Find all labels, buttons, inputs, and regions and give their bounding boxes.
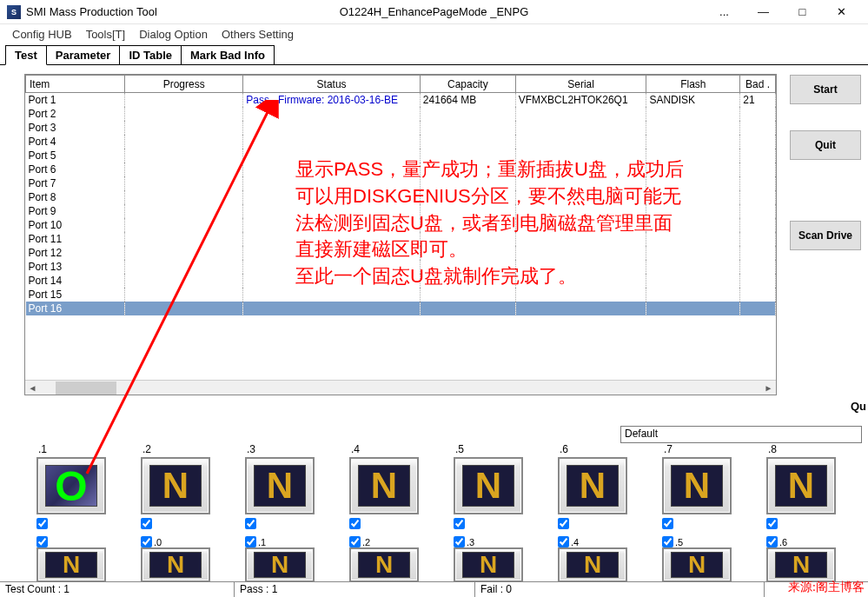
port-slot[interactable]: .5N	[454, 443, 537, 529]
table-row[interactable]: Port 1Pass Firmware: 2016-03-16-BE241664…	[26, 93, 776, 108]
cell-bad	[740, 121, 776, 135]
col-progress[interactable]: Progress	[124, 76, 242, 93]
slot-panel[interactable]: N	[36, 547, 106, 582]
menu-config-hub[interactable]: Config HUB	[5, 28, 79, 41]
scroll-right-icon[interactable]: ►	[761, 381, 776, 395]
col-bad[interactable]: Bad .	[740, 76, 776, 93]
port-slot[interactable]: .2N	[141, 443, 224, 529]
cell-progress	[124, 107, 242, 121]
slot-checkbox[interactable]	[141, 518, 152, 529]
cell-status	[243, 107, 421, 121]
slot-panel[interactable]: N	[349, 547, 419, 582]
port-slot[interactable]: .1N	[245, 533, 328, 582]
slot-checkbox-row: .6	[766, 536, 787, 547]
slot-checkbox[interactable]	[349, 536, 361, 547]
menu-others-setting[interactable]: Others Setting	[215, 28, 301, 41]
slot-checkbox[interactable]	[36, 518, 48, 529]
slot-letter: N	[584, 551, 601, 579]
table-row[interactable]: Port 3	[26, 121, 776, 135]
slot-checkbox[interactable]	[558, 518, 569, 529]
port-slot[interactable]: .3N	[454, 533, 537, 582]
port-slot[interactable]: .4N	[558, 533, 641, 582]
col-capacity[interactable]: Capacity	[420, 76, 515, 93]
cell-serial	[515, 107, 646, 121]
slot-checkbox[interactable]	[245, 518, 256, 529]
scroll-left-icon[interactable]: ◄	[25, 381, 40, 395]
scan-drive-button[interactable]: Scan Drive	[790, 221, 861, 250]
slot-checkbox[interactable]	[662, 518, 673, 529]
horizontal-scrollbar[interactable]: ◄ ►	[25, 380, 776, 395]
slot-panel[interactable]: N	[766, 547, 836, 582]
slot-checkbox[interactable]	[558, 536, 569, 547]
cell-item: Port 16	[26, 302, 125, 315]
port-slot[interactable]: .3N	[245, 443, 328, 529]
quit-button[interactable]: Quit	[790, 130, 861, 160]
scroll-thumb[interactable]	[56, 381, 116, 395]
slot-panel[interactable]: N	[766, 457, 836, 514]
col-flash[interactable]: Flash	[646, 76, 740, 93]
dots-button[interactable]: ...	[705, 0, 744, 24]
slot-panel[interactable]: N	[141, 457, 210, 514]
slot-panel[interactable]: N	[454, 547, 523, 582]
slot-panel[interactable]: N	[141, 547, 210, 582]
tab-parameter[interactable]: Parameter	[47, 45, 121, 64]
slot-chk-label: .1	[258, 537, 266, 547]
slot-panel[interactable]: N	[662, 457, 732, 514]
port-slot[interactable]: .4N	[349, 443, 433, 529]
slot-checkbox-row	[349, 518, 362, 529]
slot-checkbox[interactable]	[662, 536, 673, 547]
cell-item: Port 8	[26, 190, 125, 204]
slot-checkbox[interactable]	[349, 518, 361, 529]
maximize-button[interactable]: □	[783, 0, 822, 24]
port-slot[interactable]: .7N	[662, 443, 745, 529]
slot-panel[interactable]: N	[558, 457, 627, 514]
port-slot[interactable]: .6N	[558, 443, 641, 529]
cell-serial	[515, 135, 646, 149]
slot-panel[interactable]: N	[558, 547, 627, 582]
port-slot[interactable]: .8N	[766, 443, 850, 529]
port-slot[interactable]: .5N	[662, 533, 745, 582]
tab-id-table[interactable]: ID Table	[120, 45, 182, 64]
slot-panel[interactable]: N	[245, 547, 315, 582]
table-row[interactable]: Port 4	[26, 135, 776, 149]
slot-checkbox[interactable]	[454, 536, 465, 547]
cell-item: Port 5	[26, 149, 125, 163]
cell-bad	[740, 107, 776, 121]
cell-progress	[124, 204, 242, 218]
cell-bad	[740, 204, 776, 218]
table-row[interactable]: Port 2	[26, 107, 776, 121]
slot-checkbox[interactable]	[766, 536, 778, 547]
tab-mark-bad-info[interactable]: Mark Bad Info	[182, 45, 275, 64]
slot-checkbox[interactable]	[141, 536, 152, 547]
start-button[interactable]: Start	[790, 75, 861, 104]
default-input[interactable]: Default	[620, 426, 862, 443]
slot-panel[interactable]: N	[662, 547, 732, 582]
col-serial[interactable]: Serial	[515, 76, 646, 93]
cell-item: Port 9	[26, 204, 125, 218]
slot-letter: N	[475, 465, 501, 507]
minimize-button[interactable]: —	[744, 0, 783, 24]
slot-panel[interactable]: N	[245, 457, 315, 514]
slot-panel[interactable]: O	[36, 457, 106, 514]
slot-checkbox[interactable]	[766, 518, 778, 529]
cell-item: Port 7	[26, 176, 125, 190]
cell-progress	[124, 218, 242, 232]
port-slot[interactable]: N	[36, 533, 120, 582]
close-button[interactable]: ✕	[822, 0, 861, 24]
port-slot[interactable]: .6N	[766, 533, 850, 582]
col-status[interactable]: Status	[243, 76, 421, 93]
menu-dialog-option[interactable]: Dialog Option	[132, 28, 215, 41]
port-slot[interactable]: .0N	[141, 533, 224, 582]
slot-panel[interactable]: N	[349, 457, 419, 514]
slot-checkbox[interactable]	[245, 536, 256, 547]
slot-checkbox[interactable]	[36, 536, 48, 547]
table-row[interactable]: Port 16	[26, 302, 776, 315]
port-slot[interactable]: .2N	[349, 533, 433, 582]
menu-tools[interactable]: Tools[T]	[79, 28, 133, 41]
port-slot[interactable]: .1O	[36, 443, 120, 529]
slot-checkbox[interactable]	[454, 518, 465, 529]
slot-panel[interactable]: N	[454, 457, 523, 514]
tab-test[interactable]: Test	[5, 45, 47, 65]
col-item[interactable]: Item	[26, 76, 125, 93]
slot-checkbox-row	[662, 518, 675, 529]
